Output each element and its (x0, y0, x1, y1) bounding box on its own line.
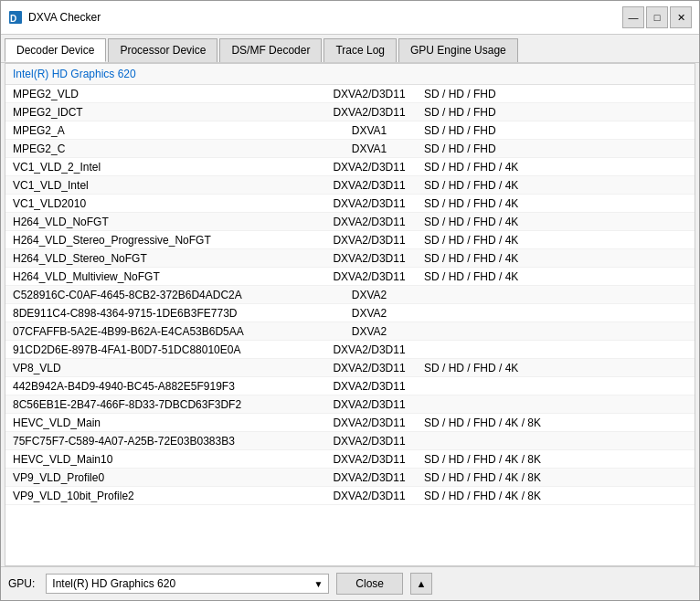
row-api: DXVA2 (314, 325, 424, 338)
tab-processor-device[interactable]: Processor Device (108, 38, 217, 62)
minimize-button[interactable]: — (622, 6, 644, 28)
row-api: DXVA2/D3D11 (314, 234, 424, 247)
table-row: C528916C-C0AF-4645-8CB2-372B6D4ADC2ADXVA… (5, 286, 695, 304)
row-api: DXVA2/D3D11 (314, 380, 424, 393)
row-api: DXVA2/D3D11 (314, 362, 424, 374)
table-row: 8C56EB1E-2B47-466F-8D33-7DBCD63F3DF2DXVA… (5, 395, 695, 414)
row-name: H264_VLD_Stereo_NoFGT (13, 252, 314, 265)
row-api: DXVA2/D3D11 (314, 490, 424, 502)
table-row: MPEG2_ADXVA1SD / HD / FHD (5, 121, 695, 140)
row-api: DXVA2/D3D11 (314, 106, 424, 119)
row-api: DXVA2/D3D11 (314, 435, 424, 448)
row-name: MPEG2_A (13, 124, 314, 137)
row-resolution: SD / HD / FHD (424, 142, 687, 155)
row-resolution: SD / HD / FHD / 4K (424, 179, 687, 192)
row-api: DXVA2/D3D11 (314, 453, 424, 466)
row-name: 442B942A-B4D9-4940-BC45-A882E5F919F3 (13, 380, 314, 393)
table-row: H264_VLD_Multiview_NoFGTDXVA2/D3D11SD / … (5, 268, 695, 286)
row-name: C528916C-C0AF-4645-8CB2-372B6D4ADC2A (13, 289, 314, 301)
row-name: 07CFAFFB-5A2E-4B99-B62A-E4CA53B6D5AA (13, 325, 314, 338)
row-api: DXVA2 (314, 289, 424, 301)
table-row: 75FC75F7-C589-4A07-A25B-72E03B0383B3DXVA… (5, 432, 695, 450)
tab-gpu-engine-usage[interactable]: GPU Engine Usage (398, 38, 518, 62)
row-name: VP9_VLD_10bit_Profile2 (13, 490, 314, 502)
row-api: DXVA1 (314, 124, 424, 137)
table-row: VP9_VLD_Profile0DXVA2/D3D11SD / HD / FHD… (5, 469, 695, 487)
table-row: MPEG2_VLDDXVA2/D3D11SD / HD / FHD (5, 85, 695, 103)
tab-trace-log[interactable]: Trace Log (323, 38, 397, 62)
row-resolution: SD / HD / FHD / 4K / 8K (424, 416, 687, 429)
row-resolution: SD / HD / FHD / 4K (424, 216, 687, 228)
row-name: H264_VLD_NoFGT (13, 216, 314, 228)
row-resolution: SD / HD / FHD (424, 106, 687, 119)
row-api: DXVA2/D3D11 (314, 343, 424, 356)
table-row: HEVC_VLD_Main10DXVA2/D3D11SD / HD / FHD … (5, 450, 695, 469)
table-row: 8DE911C4-C898-4364-9715-1DE6B3FE773DDXVA… (5, 304, 695, 322)
bottom-bar: GPU: Intel(R) HD Graphics 620 ▼ Close ▲ (1, 566, 699, 600)
tab-decoder-device[interactable]: Decoder Device (5, 38, 106, 62)
svg-text:D: D (10, 14, 16, 24)
table-row: VP9_VLD_10bit_Profile2DXVA2/D3D11SD / HD… (5, 487, 695, 505)
row-api: DXVA2/D3D11 (314, 252, 424, 265)
row-api: DXVA2/D3D11 (314, 270, 424, 283)
table-row: VC1_VLD2010DXVA2/D3D11SD / HD / FHD / 4K (5, 195, 695, 213)
gpu-label: GPU: (8, 577, 35, 590)
row-name: 75FC75F7-C589-4A07-A25B-72E03B0383B3 (13, 435, 314, 448)
gpu-dropdown-arrow-icon: ▼ (313, 579, 323, 589)
row-name: H264_VLD_Stereo_Progressive_NoFGT (13, 234, 314, 247)
row-name: MPEG2_IDCT (13, 106, 314, 119)
row-resolution: SD / HD / FHD / 4K / 8K (424, 453, 687, 466)
table-row: 442B942A-B4D9-4940-BC45-A882E5F919F3DXVA… (5, 377, 695, 395)
table-row: MPEG2_CDXVA1SD / HD / FHD (5, 140, 695, 158)
app-icon: D (8, 10, 23, 25)
row-resolution: SD / HD / FHD / 4K (424, 197, 687, 210)
table-row: H264_VLD_Stereo_Progressive_NoFGTDXVA2/D… (5, 231, 695, 249)
row-api: DXVA2 (314, 307, 424, 320)
tab-ds-mf-decoder[interactable]: DS/MF Decoder (219, 38, 322, 62)
row-name: HEVC_VLD_Main10 (13, 453, 314, 466)
title-bar: D DXVA Checker — □ ✕ (1, 1, 699, 35)
row-resolution: SD / HD / FHD / 4K / 8K (424, 471, 687, 484)
row-api: DXVA2/D3D11 (314, 416, 424, 429)
row-resolution: SD / HD / FHD / 4K (424, 270, 687, 283)
row-api: DXVA2/D3D11 (314, 398, 424, 411)
row-api: DXVA2/D3D11 (314, 216, 424, 228)
tab-bar: Decoder DeviceProcessor DeviceDS/MF Deco… (1, 35, 699, 63)
row-api: DXVA2/D3D11 (314, 471, 424, 484)
row-resolution: SD / HD / FHD (424, 124, 687, 137)
maximize-button[interactable]: □ (646, 6, 668, 28)
content-area: Intel(R) HD Graphics 620 MPEG2_VLDDXVA2/… (5, 63, 695, 566)
row-name: 8DE911C4-C898-4364-9715-1DE6B3FE773D (13, 307, 314, 320)
table-row: VC1_VLD_IntelDXVA2/D3D11SD / HD / FHD / … (5, 176, 695, 195)
row-name: VP8_VLD (13, 362, 314, 374)
row-api: DXVA1 (314, 142, 424, 155)
table-row: 91CD2D6E-897B-4FA1-B0D7-51DC88010E0ADXVA… (5, 341, 695, 359)
table-row: MPEG2_IDCTDXVA2/D3D11SD / HD / FHD (5, 103, 695, 121)
row-resolution: SD / HD / FHD / 4K (424, 161, 687, 174)
row-name: HEVC_VLD_Main (13, 416, 314, 429)
close-window-button[interactable]: ✕ (670, 6, 692, 28)
gpu-select[interactable]: Intel(R) HD Graphics 620 ▼ (46, 574, 329, 594)
row-name: VC1_VLD_Intel (13, 179, 314, 192)
table-row: H264_VLD_NoFGTDXVA2/D3D11SD / HD / FHD /… (5, 213, 695, 231)
row-name: 8C56EB1E-2B47-466F-8D33-7DBCD63F3DF2 (13, 398, 314, 411)
close-button[interactable]: Close (336, 573, 403, 595)
table-row: VC1_VLD_2_IntelDXVA2/D3D11SD / HD / FHD … (5, 158, 695, 176)
table-row: H264_VLD_Stereo_NoFGTDXVA2/D3D11SD / HD … (5, 249, 695, 268)
row-name: MPEG2_C (13, 142, 314, 155)
row-api: DXVA2/D3D11 (314, 197, 424, 210)
row-name: MPEG2_VLD (13, 88, 314, 100)
table-row: HEVC_VLD_MainDXVA2/D3D11SD / HD / FHD / … (5, 414, 695, 432)
row-resolution: SD / HD / FHD / 4K / 8K (424, 490, 687, 502)
row-name: VC1_VLD2010 (13, 197, 314, 210)
row-name: VP9_VLD_Profile0 (13, 471, 314, 484)
row-resolution: SD / HD / FHD / 4K (424, 234, 687, 247)
row-resolution: SD / HD / FHD / 4K (424, 362, 687, 374)
table-area[interactable]: MPEG2_VLDDXVA2/D3D11SD / HD / FHDMPEG2_I… (5, 85, 695, 565)
main-window: D DXVA Checker — □ ✕ Decoder DeviceProce… (0, 0, 700, 601)
scroll-arrow-icon[interactable]: ▲ (410, 573, 432, 595)
row-name: H264_VLD_Multiview_NoFGT (13, 270, 314, 283)
row-name: VC1_VLD_2_Intel (13, 161, 314, 174)
gpu-select-value: Intel(R) HD Graphics 620 (52, 577, 175, 590)
window-title: DXVA Checker (28, 11, 622, 24)
